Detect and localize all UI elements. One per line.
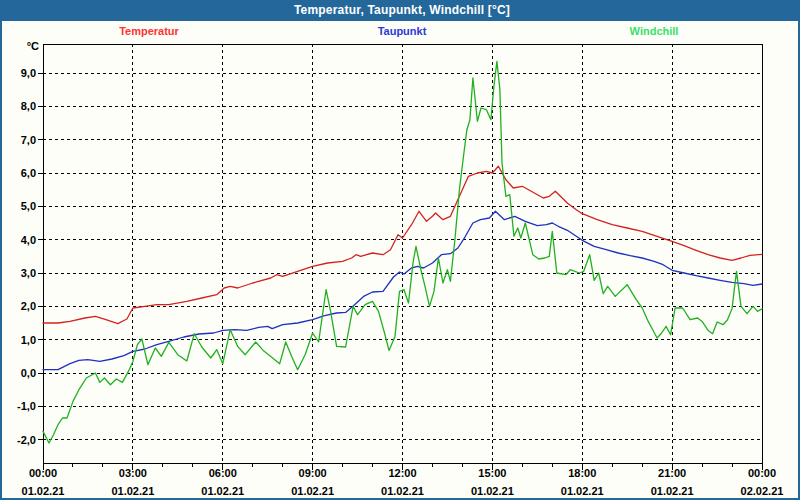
x-tick-time-label: 15:00 xyxy=(478,467,506,479)
x-tick-date-label: 01.02.21 xyxy=(111,485,154,497)
x-tick-date-label: 01.02.21 xyxy=(381,485,424,497)
y-tick-label: 7,0 xyxy=(21,134,36,146)
x-tick-time-label: 18:00 xyxy=(568,467,596,479)
x-tick-date-label: 01.02.21 xyxy=(291,485,334,497)
x-tick-time-label: 00:00 xyxy=(29,467,57,479)
x-tick-date-label: 01.02.21 xyxy=(22,485,65,497)
x-tick-date-label: 02.02.21 xyxy=(741,485,784,497)
y-tick-label: 1,0 xyxy=(21,334,36,346)
x-tick-time-label: 00:00 xyxy=(748,467,776,479)
x-tick-time-label: 21:00 xyxy=(658,467,686,479)
x-tick-date-label: 01.02.21 xyxy=(651,485,694,497)
y-tick-label: 0,0 xyxy=(21,367,36,379)
x-tick-time-label: 12:00 xyxy=(388,467,416,479)
y-tick-label: 4,0 xyxy=(21,234,36,246)
y-tick-label: 6,0 xyxy=(21,167,36,179)
x-tick-date-label: 01.02.21 xyxy=(561,485,604,497)
x-tick-date-label: 01.02.21 xyxy=(471,485,514,497)
y-tick-label: -2,0 xyxy=(17,434,36,446)
y-tick-label: 9,0 xyxy=(21,67,36,79)
y-tick-label: 2,0 xyxy=(21,300,36,312)
y-tick-label: 5,0 xyxy=(21,200,36,212)
y-tick-label: -1,0 xyxy=(17,400,36,412)
x-tick-time-label: 06:00 xyxy=(209,467,237,479)
y-tick-label: 8,0 xyxy=(21,100,36,112)
y-tick-label: 3,0 xyxy=(21,267,36,279)
chart-canvas: 9,08,07,06,05,04,03,02,01,00,0-1,0-2,000… xyxy=(2,2,800,500)
x-tick-date-label: 01.02.21 xyxy=(201,485,244,497)
x-tick-time-label: 03:00 xyxy=(119,467,147,479)
x-tick-time-label: 09:00 xyxy=(299,467,327,479)
chart-window: Temperatur, Taupunkt, Windchill [°C] Tem… xyxy=(0,0,800,500)
